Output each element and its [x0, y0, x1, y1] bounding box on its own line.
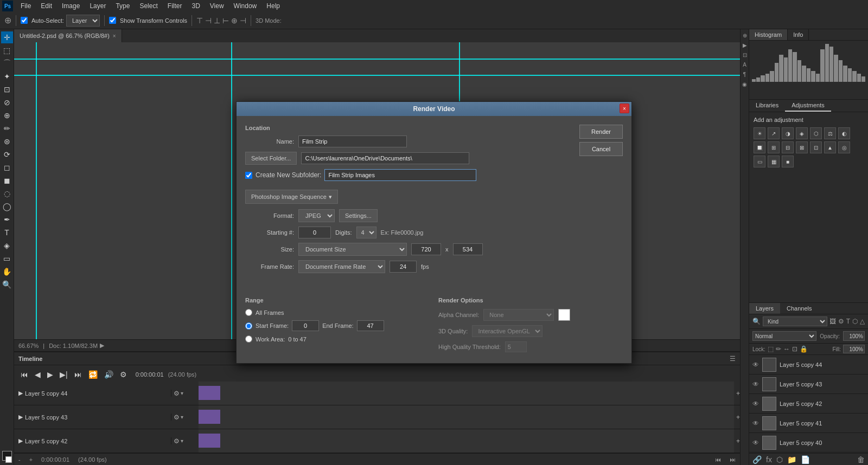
dialog-title: Render Video	[413, 105, 455, 113]
all-frames-row: All Frames	[245, 309, 430, 316]
framerate-select[interactable]: Document Frame Rate	[298, 260, 385, 273]
dialog-overlay: Render Video × Render Cancel Location Na…	[0, 0, 868, 465]
sequence-dropdown-button[interactable]: Photoshop Image Sequence ▾	[245, 190, 338, 204]
subfolder-row: Create New Subfolder:	[245, 169, 623, 181]
fps-label: fps	[421, 263, 429, 270]
quality-3d-select[interactable]: Interactive OpenGL	[472, 325, 542, 337]
location-section: Location Name: Select Folder... Create N…	[245, 125, 623, 181]
dialog-titlebar: Render Video ×	[237, 102, 631, 116]
quality-3d-label: 3D Quality:	[438, 328, 468, 334]
render-options-title: Render Options	[438, 297, 623, 303]
alpha-label: Alpha Channel:	[438, 312, 479, 318]
sequence-section: Photoshop Image Sequence ▾ Format: JPEG …	[245, 190, 623, 273]
framerate-row: Frame Rate: Document Frame Rate fps	[245, 260, 623, 273]
size-select[interactable]: Document Size	[298, 243, 407, 256]
work-area-row: Work Area: 0 to 47	[245, 335, 430, 343]
alpha-swatch	[558, 309, 570, 321]
start-frame-input[interactable]	[292, 320, 319, 331]
sequence-chevron-icon: ▾	[329, 193, 332, 201]
example-text: Ex: File0000.jpg	[381, 229, 424, 236]
start-frame-label: Start Frame:	[256, 322, 289, 329]
folder-path-input[interactable]	[301, 152, 469, 164]
end-frame-input[interactable]	[357, 320, 384, 331]
range-section: Range All Frames Start Frame: End Frame:…	[245, 297, 430, 357]
subfolder-label: Create New Subfolder:	[256, 171, 321, 179]
alpha-row: Alpha Channel: None	[438, 309, 623, 321]
render-button[interactable]: Render	[579, 125, 623, 139]
cancel-button[interactable]: Cancel	[579, 142, 623, 156]
starting-row: Starting #: Digits: 4 Ex: File0000.jpg	[245, 227, 623, 238]
dialog-action-buttons: Render Cancel	[579, 125, 623, 156]
digits-label: Digits:	[335, 229, 352, 236]
format-label: Format:	[245, 212, 294, 219]
subfolder-checkbox[interactable]	[245, 172, 252, 179]
framerate-label: Frame Rate:	[245, 263, 294, 270]
size-row: Size: Document Size x	[245, 243, 623, 256]
dialog-body: Render Cancel Location Name: Select Fold…	[237, 116, 631, 290]
dialog-bottom: Range All Frames Start Frame: End Frame:…	[237, 290, 631, 363]
location-label: Location	[245, 125, 623, 131]
settings-button[interactable]: Settings...	[339, 209, 378, 222]
all-frames-radio[interactable]	[245, 309, 252, 316]
work-area-radio[interactable]	[245, 335, 252, 343]
name-input[interactable]	[298, 135, 407, 147]
start-frame-radio[interactable]	[245, 322, 252, 330]
high-quality-label: High Quality Threshold:	[438, 344, 501, 350]
digits-select[interactable]: 4	[356, 227, 376, 238]
range-title: Range	[245, 297, 430, 303]
size-label: Size:	[245, 246, 294, 253]
work-area-label: Work Area:	[256, 336, 285, 343]
format-select[interactable]: JPEG	[298, 209, 335, 222]
name-label: Name:	[245, 138, 294, 145]
subfolder-input[interactable]	[324, 169, 476, 181]
quality-3d-row: 3D Quality: Interactive OpenGL	[438, 325, 623, 337]
width-input[interactable]	[411, 243, 441, 255]
dialog-close-btn[interactable]: ×	[620, 104, 629, 113]
format-row: Format: JPEG Settings...	[245, 209, 623, 222]
folder-row: Select Folder...	[245, 152, 571, 165]
work-area-value: 0 to 47	[288, 336, 307, 343]
name-row: Name:	[245, 135, 571, 147]
height-input[interactable]	[453, 243, 483, 255]
high-quality-input[interactable]	[505, 341, 527, 352]
fps-input[interactable]	[390, 261, 417, 273]
sequence-label: Photoshop Image Sequence	[251, 193, 327, 200]
starting-label: Starting #:	[245, 229, 294, 236]
all-frames-label: All Frames	[256, 309, 284, 316]
alpha-select[interactable]: None	[483, 309, 554, 321]
end-frame-label: End Frame:	[322, 322, 353, 329]
high-quality-row: High Quality Threshold:	[438, 341, 623, 352]
render-dialog: Render Video × Render Cancel Location Na…	[236, 101, 632, 364]
render-options-section: Render Options Alpha Channel: None 3D Qu…	[438, 297, 623, 357]
x-separator: x	[445, 246, 449, 253]
start-frame-row: Start Frame: End Frame:	[245, 320, 430, 331]
starting-input[interactable]	[298, 227, 331, 238]
select-folder-button[interactable]: Select Folder...	[245, 152, 297, 165]
